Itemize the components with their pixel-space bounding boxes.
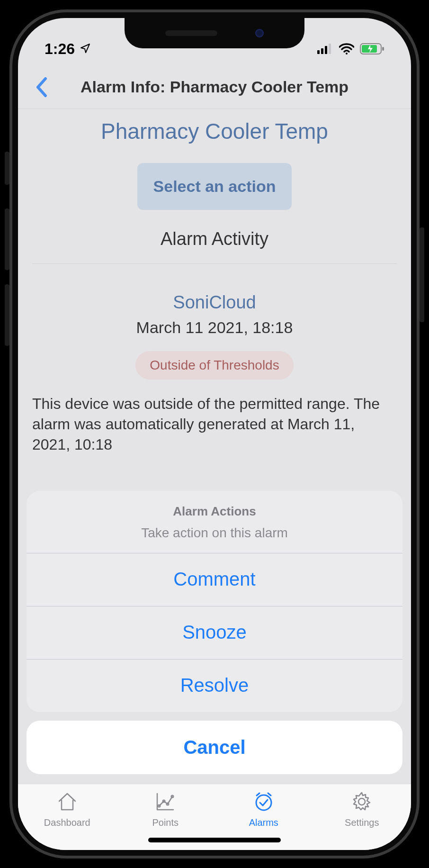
home-icon: [56, 791, 78, 814]
nav-title: Alarm Info: Pharmacy Cooler Temp: [27, 78, 402, 96]
action-snooze-button[interactable]: Snooze: [27, 606, 402, 659]
svg-rect-3: [329, 44, 331, 54]
svg-point-4: [346, 53, 348, 54]
gear-icon: [351, 791, 373, 814]
status-time: 1:26: [45, 40, 75, 58]
event-body: This device was outside of the permitted…: [32, 394, 397, 455]
event-source: SoniCloud: [32, 292, 397, 313]
tab-label: Alarms: [249, 817, 278, 828]
tab-label: Points: [152, 817, 179, 828]
action-resolve-button[interactable]: Resolve: [27, 659, 402, 712]
alarm-icon: [253, 791, 275, 814]
home-indicator[interactable]: [148, 838, 281, 842]
tab-label: Dashboard: [44, 817, 90, 828]
svg-point-13: [358, 798, 365, 805]
svg-rect-0: [317, 50, 320, 54]
tab-settings[interactable]: Settings: [313, 784, 411, 850]
select-action-button[interactable]: Select an action: [137, 163, 292, 210]
svg-rect-1: [321, 48, 323, 54]
wifi-icon: [339, 43, 354, 54]
action-sheet-subtitle: Take action on this alarm: [36, 525, 393, 541]
battery-icon: [360, 43, 384, 54]
cancel-button[interactable]: Cancel: [27, 721, 402, 774]
chart-icon: [154, 791, 176, 814]
nav-header: Alarm Info: Pharmacy Cooler Temp: [18, 65, 411, 109]
activity-heading: Alarm Activity: [32, 229, 397, 264]
action-sheet-title: Alarm Actions: [36, 504, 393, 519]
location-icon: [80, 40, 91, 58]
svg-rect-6: [382, 47, 384, 51]
svg-rect-2: [325, 46, 327, 54]
event-timestamp: March 11 2021, 18:18: [32, 318, 397, 337]
status-badge: Outside of Thresholds: [135, 351, 293, 380]
cellular-icon: [317, 44, 333, 54]
tab-dashboard[interactable]: Dashboard: [18, 784, 116, 850]
svg-point-12: [256, 795, 271, 810]
action-sheet: Alarm Actions Take action on this alarm …: [27, 491, 402, 774]
tab-label: Settings: [345, 817, 379, 828]
sensor-name: Pharmacy Cooler Temp: [32, 118, 397, 144]
action-comment-button[interactable]: Comment: [27, 553, 402, 606]
